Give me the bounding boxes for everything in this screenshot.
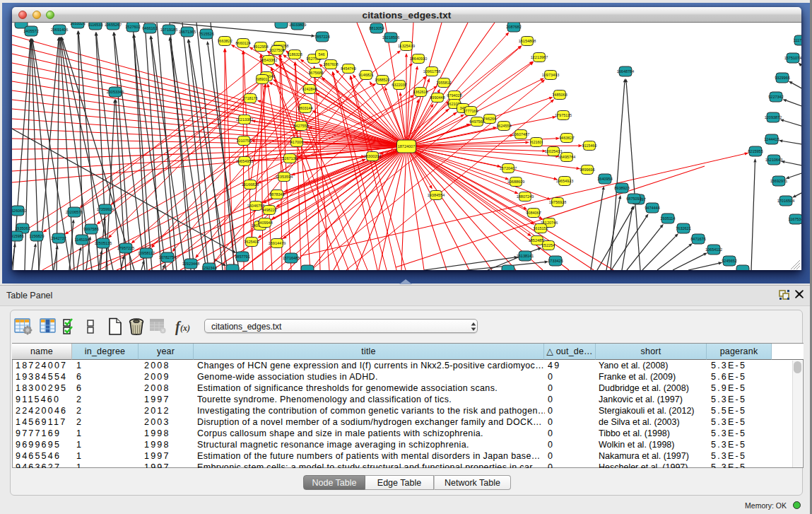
svg-text:1167534: 1167534: [788, 217, 801, 221]
svg-text:9329966: 9329966: [775, 76, 789, 80]
svg-text:8186328: 8186328: [287, 52, 302, 57]
svg-text:1409948: 1409948: [257, 221, 272, 225]
svg-text:2718176: 2718176: [242, 96, 257, 100]
svg-text:8878342: 8878342: [269, 192, 284, 197]
svg-text:417006: 417006: [290, 140, 303, 144]
svg-text:15751074: 15751074: [784, 56, 801, 60]
svg-text:3267130: 3267130: [282, 156, 297, 160]
svg-text:1588520: 1588520: [375, 78, 389, 82]
svg-text:9227342: 9227342: [768, 95, 783, 99]
svg-text:12213382: 12213382: [236, 117, 253, 122]
svg-text:2087682: 2087682: [506, 25, 521, 29]
svg-text:16543362: 16543362: [260, 58, 277, 62]
svg-text:2867608: 2867608: [323, 62, 338, 66]
svg-text:1117250: 1117250: [794, 38, 801, 42]
svg-text:10025433: 10025433: [545, 149, 562, 153]
svg-text:1010755: 1010755: [236, 139, 251, 143]
svg-text:18724007: 18724007: [398, 144, 415, 148]
svg-text:15716485: 15716485: [283, 256, 300, 260]
svg-text:15720407: 15720407: [500, 166, 517, 170]
svg-text:20691406: 20691406: [51, 28, 68, 32]
svg-text:1640954: 1640954: [597, 177, 612, 181]
svg-text:19166829: 19166829: [242, 182, 259, 187]
svg-text:12093872: 12093872: [765, 115, 782, 119]
svg-text:3624554: 3624554: [496, 124, 511, 128]
svg-text:8938923: 8938923: [614, 186, 629, 190]
svg-text:3675685: 3675685: [308, 71, 323, 75]
svg-text:10961758: 10961758: [423, 69, 440, 74]
svg-text:23300203: 23300203: [364, 154, 381, 158]
svg-text:12505135: 12505135: [95, 241, 112, 245]
svg-text:12353594: 12353594: [276, 175, 293, 179]
svg-text:10688609: 10688609: [507, 180, 524, 184]
svg-text:9115460: 9115460: [582, 144, 596, 148]
svg-text:8660124: 8660124: [235, 41, 250, 45]
svg-text:12923448: 12923448: [182, 262, 199, 266]
svg-text:5498222: 5498222: [261, 208, 276, 212]
svg-text:16648784: 16648784: [617, 69, 634, 74]
svg-text:9327506: 9327506: [269, 48, 284, 52]
svg-text:1527602: 1527602: [125, 25, 140, 29]
svg-text:19654955: 19654955: [236, 159, 253, 163]
svg-text:17957225: 17957225: [117, 246, 134, 250]
svg-text:98901: 98901: [257, 77, 267, 81]
svg-text:546: 546: [318, 52, 324, 57]
svg-text:1653326: 1653326: [70, 23, 85, 25]
svg-text:8454749: 8454749: [341, 66, 355, 71]
svg-text:7625402: 7625402: [244, 240, 259, 244]
svg-text:17016504: 17016504: [777, 199, 794, 203]
svg-text:62160: 62160: [531, 140, 541, 144]
svg-text:1244415: 1244415: [764, 137, 779, 141]
svg-text:16782759: 16782759: [159, 255, 176, 259]
svg-text:7485063: 7485063: [552, 93, 567, 97]
svg-text:3915986: 3915986: [12, 234, 24, 238]
svg-text:8813054: 8813054: [369, 26, 384, 30]
svg-text:6875093: 6875093: [626, 197, 641, 201]
svg-text:10958117: 10958117: [138, 251, 155, 255]
svg-text:1935061: 1935061: [15, 226, 30, 230]
svg-text:9116533: 9116533: [88, 23, 102, 27]
svg-text:6466161: 6466161: [142, 26, 157, 30]
svg-text:26260650: 26260650: [12, 209, 26, 213]
svg-text:1145194: 1145194: [74, 238, 89, 242]
svg-text:2803144: 2803144: [298, 106, 312, 110]
svg-text:10973493: 10973493: [542, 73, 559, 77]
svg-text:6794028: 6794028: [447, 93, 461, 98]
svg-text:15692971: 15692971: [770, 179, 787, 183]
svg-text:7857224: 7857224: [314, 35, 329, 39]
svg-text:9463627: 9463627: [559, 136, 574, 140]
svg-text:16033809: 16033809: [289, 23, 306, 27]
svg-text:2942737: 2942737: [51, 236, 66, 240]
svg-text:20053346: 20053346: [107, 90, 124, 94]
svg-text:17359924: 17359924: [97, 207, 114, 211]
svg-text:8990448: 8990448: [430, 95, 445, 100]
svg-text:9777169: 9777169: [463, 109, 478, 113]
svg-text:1292344: 1292344: [201, 266, 216, 270]
svg-text:7515526: 7515526: [199, 32, 213, 36]
svg-text:16914479: 16914479: [269, 241, 286, 245]
svg-text:9899695: 9899695: [579, 168, 594, 172]
svg-text:9245652: 9245652: [722, 259, 736, 263]
svg-text:19654923: 19654923: [556, 179, 573, 183]
svg-text:17975115: 17975115: [555, 113, 572, 117]
svg-text:16154808: 16154808: [519, 39, 536, 43]
svg-text:8912954: 8912954: [253, 45, 268, 49]
svg-text:19384554: 19384554: [428, 193, 445, 197]
svg-text:16671365: 16671365: [179, 30, 196, 34]
svg-text:2935114: 2935114: [660, 216, 675, 221]
svg-text:6322037: 6322037: [392, 83, 406, 87]
svg-text:9857791: 9857791: [235, 255, 249, 259]
svg-text:10719185: 10719185: [160, 28, 177, 32]
svg-text:8215955: 8215955: [748, 149, 763, 153]
svg-text:6497568: 6497568: [469, 119, 484, 124]
svg-text:8427552: 8427552: [293, 124, 308, 128]
svg-text:9084067: 9084067: [526, 211, 541, 215]
svg-text:18807249: 18807249: [517, 194, 534, 199]
svg-text:10655267: 10655267: [105, 23, 122, 27]
svg-text:12213967: 12213967: [531, 55, 548, 59]
svg-text:8471676: 8471676: [690, 237, 705, 241]
svg-text:19756928: 19756928: [549, 200, 566, 204]
svg-text:1156829: 1156829: [29, 234, 44, 238]
svg-text:7632621: 7632621: [676, 226, 690, 230]
svg-text:7955812: 7955812: [436, 81, 451, 85]
